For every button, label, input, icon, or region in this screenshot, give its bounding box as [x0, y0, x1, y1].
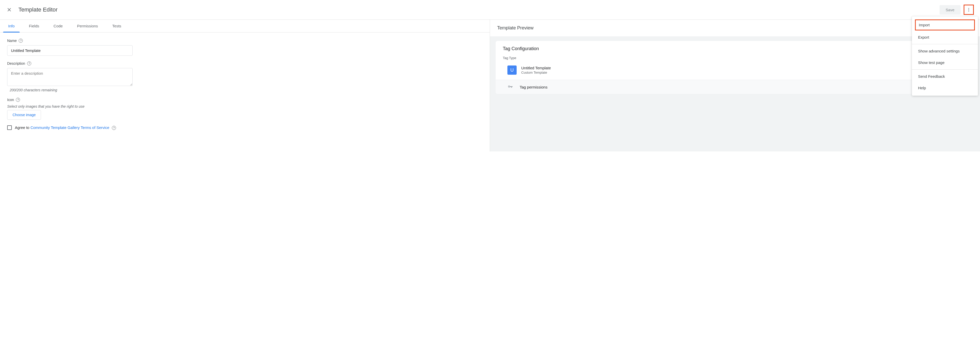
tab-fields[interactable]: Fields — [22, 20, 46, 32]
tag-subtext: Custom Template — [521, 71, 551, 75]
close-icon — [6, 7, 12, 12]
tag-name: Untitled Template — [521, 66, 551, 70]
tab-info[interactable]: Info — [1, 20, 22, 32]
name-label: Name — [7, 39, 17, 43]
tag-permissions-row[interactable]: Tag permissions — [496, 80, 974, 94]
tag-icon: U — [508, 65, 517, 75]
agree-prefix: Agree to — [15, 125, 30, 130]
menu-send-feedback[interactable]: Send Feedback — [912, 71, 978, 82]
icon-helper: Select only images that you have the rig… — [7, 105, 482, 108]
help-icon[interactable]: ? — [112, 126, 116, 130]
save-button[interactable]: Save — [940, 5, 961, 14]
menu-export[interactable]: Export — [912, 32, 978, 43]
preview-pane: Template Preview Tag Configuration Tag T… — [490, 20, 980, 151]
agree-text: Agree to Community Template Gallery Term… — [15, 125, 116, 130]
preview-title: Template Preview — [490, 20, 980, 36]
page-title: Template Editor — [18, 6, 57, 13]
choose-image-button[interactable]: Choose image — [7, 110, 41, 120]
permissions-label: Tag permissions — [520, 85, 547, 89]
more-menu-dropdown: Import Export Show advanced settings Sho… — [912, 16, 978, 96]
name-field: Name ? — [7, 39, 482, 56]
terms-link[interactable]: Community Template Gallery Terms of Serv… — [30, 125, 109, 130]
svg-point-2 — [969, 8, 969, 9]
tag-row[interactable]: U Untitled Template Custom Template — [503, 63, 967, 80]
card-title: Tag Configuration — [503, 46, 967, 51]
menu-advanced-settings[interactable]: Show advanced settings — [912, 45, 978, 57]
name-input[interactable] — [7, 45, 133, 56]
description-field: Description ? 200/200 characters remaini… — [7, 62, 482, 92]
icon-label-row: Icon ? — [7, 98, 482, 102]
help-icon[interactable]: ? — [27, 62, 31, 65]
content: Info Fields Code Permissions Tests Name … — [0, 19, 980, 151]
icon-label: Icon — [7, 98, 14, 102]
menu-help[interactable]: Help — [912, 82, 978, 94]
icon-field: Icon ? Select only images that you have … — [7, 98, 482, 120]
help-icon[interactable]: ? — [19, 39, 23, 43]
svg-point-3 — [969, 10, 969, 10]
tabs: Info Fields Code Permissions Tests — [0, 20, 490, 32]
tag-type-label: Tag Type — [503, 56, 967, 60]
description-label-row: Description ? — [7, 62, 482, 65]
editor-pane: Info Fields Code Permissions Tests Name … — [0, 20, 490, 151]
agree-checkbox[interactable] — [7, 125, 12, 130]
menu-import[interactable]: Import — [916, 20, 974, 30]
tab-tests[interactable]: Tests — [105, 20, 129, 32]
highlight-import: Import — [915, 19, 975, 30]
description-label: Description — [7, 62, 25, 65]
close-button[interactable] — [6, 6, 12, 13]
menu-show-test-page[interactable]: Show test page — [912, 57, 978, 68]
tag-info: Untitled Template Custom Template — [521, 66, 551, 75]
description-helper: 200/200 characters remaining — [10, 88, 482, 92]
tag-config-card: Tag Configuration Tag Type U Untitled Te… — [496, 41, 974, 94]
header-actions: Save — [940, 5, 974, 15]
tab-permissions[interactable]: Permissions — [70, 20, 105, 32]
help-icon[interactable]: ? — [16, 98, 20, 102]
description-input[interactable] — [7, 68, 133, 86]
preview-body: Tag Configuration Tag Type U Untitled Te… — [490, 36, 980, 151]
menu-separator — [912, 69, 978, 70]
tab-code[interactable]: Code — [46, 20, 70, 32]
form-area: Name ? Description ? 200/200 characters … — [0, 32, 490, 136]
agree-row: Agree to Community Template Gallery Term… — [7, 125, 482, 130]
more-vert-icon — [966, 8, 971, 12]
more-menu-button[interactable] — [964, 5, 974, 15]
key-icon — [508, 84, 513, 90]
svg-point-4 — [969, 11, 969, 11]
header: Template Editor Save Import Export Show … — [0, 0, 980, 19]
name-label-row: Name ? — [7, 39, 482, 43]
